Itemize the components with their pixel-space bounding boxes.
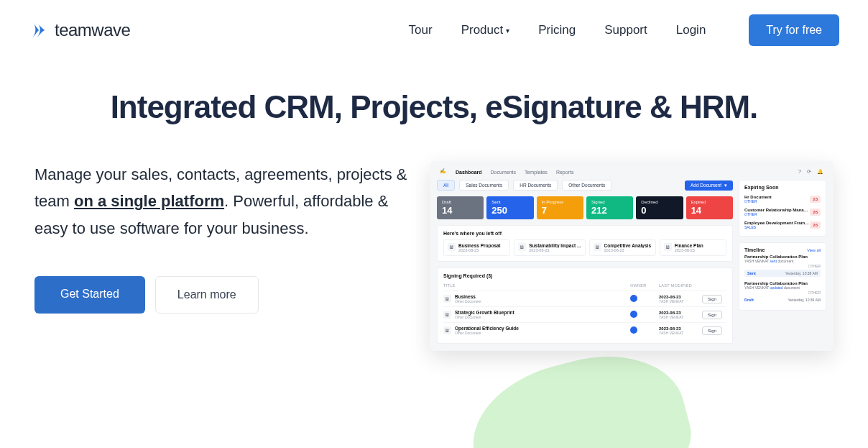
sign-button[interactable]: Sign: [702, 311, 722, 319]
table-row[interactable]: 🗎Strategic Growth BlueprintOther Documen…: [443, 306, 726, 322]
get-started-button[interactable]: Get Started: [34, 276, 145, 314]
logo-icon: [29, 20, 49, 40]
chevron-down-icon: ▾: [506, 27, 509, 35]
document-icon: 🗎: [518, 243, 526, 251]
left-off-item[interactable]: 🗎Sustainability Impact ...2023-08-23: [514, 239, 585, 256]
timeline-item[interactable]: Partnership Collaboration PlanYASH VENKA…: [744, 252, 821, 279]
table-row[interactable]: 🗎Operational Efficiency GuideOther Docum…: [443, 322, 726, 338]
tab-templates[interactable]: Templates: [525, 170, 548, 175]
days-badge: 26: [810, 209, 821, 216]
table-row[interactable]: 🗎BusinessOther Document2023-08-23YASH VE…: [443, 291, 726, 306]
document-icon: 🗎: [443, 326, 451, 334]
document-icon: 🗎: [448, 243, 456, 251]
stats-row: Draft14Sent250In Progress7Signed212Decli…: [437, 196, 733, 219]
avatar: [630, 326, 637, 334]
tab-dashboard[interactable]: Dashboard: [456, 170, 482, 175]
left-off-card: Here's where you left off 🗎Business Prop…: [437, 225, 733, 262]
stat-card[interactable]: Draft14: [437, 196, 484, 219]
timeline-title: Timeline: [744, 247, 765, 252]
hero-title: Integrated CRM, Projects, eSignature & H…: [34, 89, 834, 125]
view-all-link[interactable]: View all: [807, 248, 821, 252]
document-icon: 🗎: [664, 243, 672, 251]
learn-more-button[interactable]: Learn more: [155, 276, 259, 314]
filter-hr[interactable]: HR Documents: [513, 180, 558, 191]
filter-all[interactable]: All: [437, 180, 455, 191]
dashboard-tabs: ✍ Dashboard Documents Templates Reports …: [437, 167, 826, 180]
expiring-item[interactable]: Employee Development FrameworkSALES26: [744, 219, 821, 232]
filter-sales[interactable]: Sales Documents: [459, 180, 509, 191]
stat-card[interactable]: Signed212: [586, 196, 633, 219]
refresh-icon[interactable]: ⟳: [807, 169, 811, 175]
hero-text: Manage your sales, contacts, agreements,…: [34, 161, 408, 242]
expiring-card: Expiring Soon Hr DocumentOTHER23Customer…: [739, 180, 826, 237]
chevron-down-icon: ▾: [724, 183, 727, 188]
stat-card[interactable]: Sent250: [486, 196, 533, 219]
top-nav: teamwave Tour Product ▾ Pricing Support …: [0, 0, 868, 60]
nav-product[interactable]: Product ▾: [461, 23, 510, 37]
signing-card: Signing Required (3) TITLE OWNER LAST MO…: [437, 268, 733, 344]
document-icon: 🗎: [443, 311, 451, 319]
sign-button[interactable]: Sign: [702, 295, 722, 303]
document-icon: 🗎: [443, 295, 451, 303]
filter-row: All Sales Documents HR Documents Other D…: [437, 180, 733, 191]
document-icon: 🗎: [594, 243, 601, 251]
sign-button[interactable]: Sign: [702, 326, 722, 335]
decorative-blob: [458, 337, 703, 448]
hero: Integrated CRM, Projects, eSignature & H…: [0, 60, 868, 351]
left-off-item[interactable]: 🗎Competitive Analysis2023-08-23: [589, 239, 656, 256]
bell-icon[interactable]: 🔔: [817, 169, 823, 175]
left-off-item[interactable]: 🗎Business Proposal2023-08-23: [443, 239, 510, 256]
logo-text: teamwave: [55, 20, 130, 40]
stat-card[interactable]: Declined0: [636, 196, 683, 219]
left-off-title: Here's where you left off: [443, 231, 726, 236]
nav-support[interactable]: Support: [604, 23, 647, 37]
th-title: TITLE: [443, 283, 630, 288]
timeline-card: Timeline View all Partnership Collaborat…: [739, 242, 826, 311]
signing-title: Signing Required (3): [443, 273, 726, 278]
avatar: [630, 311, 637, 318]
expiring-item[interactable]: Hr DocumentOTHER23: [744, 193, 821, 206]
hero-left: Manage your sales, contacts, agreements,…: [34, 161, 408, 314]
nav-pricing[interactable]: Pricing: [538, 23, 576, 37]
nav-login[interactable]: Login: [676, 23, 706, 37]
days-badge: 26: [810, 221, 821, 229]
left-off-item[interactable]: 🗎Finance Plan2023-08-23: [660, 239, 726, 256]
tab-reports[interactable]: Reports: [556, 170, 574, 175]
app-icon: ✍: [440, 168, 447, 175]
tab-documents[interactable]: Documents: [491, 170, 516, 175]
try-free-button[interactable]: Try for free: [749, 14, 839, 46]
expiring-item[interactable]: Customer Relationship Manageme...OTHER26: [744, 206, 821, 219]
avatar: [630, 295, 637, 302]
nav-links: Tour Product ▾ Pricing Support Login Try…: [409, 14, 839, 46]
stat-card[interactable]: In Progress7: [537, 196, 583, 219]
expiring-title: Expiring Soon: [744, 185, 821, 190]
th-owner: OWNER: [630, 283, 659, 288]
th-modified: LAST MODIFIED: [659, 283, 702, 288]
help-icon[interactable]: ?: [798, 169, 801, 175]
logo[interactable]: teamwave: [29, 20, 130, 40]
stat-card[interactable]: Expired14: [686, 196, 733, 219]
nav-tour[interactable]: Tour: [409, 23, 433, 37]
timeline-item[interactable]: Partnership Collaboration PlanYASH VENKA…: [744, 279, 821, 306]
filter-other[interactable]: Other Documents: [562, 180, 611, 191]
dashboard-preview: ✍ Dashboard Documents Templates Reports …: [430, 161, 834, 351]
add-document-button[interactable]: Add Document ▾: [685, 180, 733, 191]
days-badge: 23: [810, 196, 821, 203]
